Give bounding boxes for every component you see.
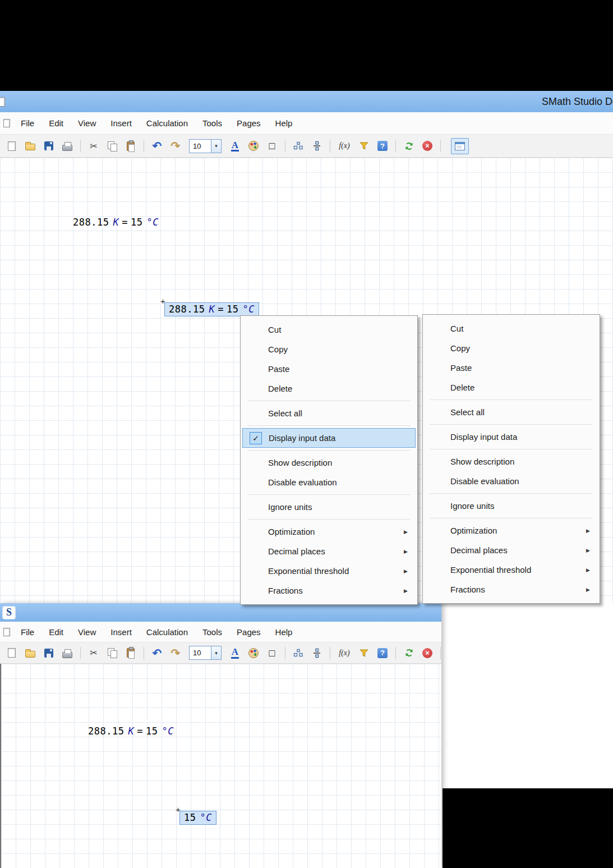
menu-pages[interactable]: Pages xyxy=(229,624,268,640)
window-document-icon[interactable] xyxy=(0,97,5,107)
fraction-icon[interactable] xyxy=(308,138,325,154)
context-menu-item-disable-evaluation[interactable]: Disable evaluation xyxy=(425,471,598,491)
redo-icon[interactable]: ↷ xyxy=(167,645,184,661)
interrupt-stop-icon[interactable]: × xyxy=(419,138,436,154)
menu-help[interactable]: Help xyxy=(268,624,300,640)
context-menu-item-display-input-data[interactable]: ✓Display input data xyxy=(242,428,416,448)
context-menu-item-disable-evaluation[interactable]: Disable evaluation xyxy=(242,472,416,492)
units-icon[interactable] xyxy=(290,645,307,661)
menu-edit[interactable]: Edit xyxy=(42,624,71,640)
insert-function-icon[interactable]: f(x) xyxy=(335,138,354,154)
menu-edit[interactable]: Edit xyxy=(42,115,71,131)
context-menu-item-display-input-data[interactable]: Display input data xyxy=(425,427,598,447)
menu-file[interactable]: File xyxy=(13,115,42,131)
menu-view[interactable]: View xyxy=(71,115,103,131)
filter-funnel-icon[interactable] xyxy=(356,138,372,154)
paste-icon[interactable] xyxy=(122,645,139,661)
menu-help[interactable]: Help xyxy=(268,115,300,131)
interrupt-stop-icon[interactable]: × xyxy=(419,645,436,661)
context-menu-item-cut[interactable]: Cut xyxy=(242,320,416,339)
font-size-dropdown-button[interactable]: ▾ xyxy=(211,646,222,660)
units-glyph xyxy=(293,141,303,151)
print-icon[interactable] xyxy=(59,138,76,154)
save-icon[interactable] xyxy=(40,138,57,154)
font-color-icon[interactable]: A xyxy=(227,645,243,661)
context-menu-item-fractions[interactable]: Fractions▶ xyxy=(242,581,416,600)
context-menu-item-paste[interactable]: Paste xyxy=(425,358,598,378)
context-menu-item-ignore-units[interactable]: Ignore units xyxy=(242,497,416,517)
menu-item-label: Fractions xyxy=(268,586,303,595)
font-size-input[interactable] xyxy=(189,139,211,153)
smath-logo-icon[interactable]: S xyxy=(2,606,16,619)
background-color-palette-icon[interactable] xyxy=(245,645,262,661)
context-menu-item-delete[interactable]: Delete xyxy=(242,379,416,398)
open-file-icon[interactable] xyxy=(22,645,39,661)
menu-calculation[interactable]: Calculation xyxy=(139,624,195,640)
cut-icon[interactable]: ✂ xyxy=(85,138,102,154)
insert-function-icon[interactable]: f(x) xyxy=(335,645,354,661)
context-menu-item-optimization[interactable]: Optimization▶ xyxy=(242,522,416,541)
context-menu-item-select-all[interactable]: Select all xyxy=(425,402,598,422)
context-menu-item-show-description[interactable]: Show description xyxy=(242,453,416,472)
font-color-icon[interactable]: A xyxy=(227,138,243,154)
show-side-panel-button[interactable] xyxy=(451,138,469,154)
new-document-icon[interactable] xyxy=(3,138,20,154)
context-menu-item-copy[interactable]: Copy xyxy=(425,338,598,358)
undo-icon[interactable]: ↶ xyxy=(149,645,165,661)
context-menu-item-copy[interactable]: Copy xyxy=(242,339,416,359)
context-menu-item-decimal-places[interactable]: Decimal places▶ xyxy=(425,540,598,560)
context-menu-item-cut[interactable]: Cut xyxy=(425,319,598,338)
math-expression[interactable]: 288.15K=15°C xyxy=(88,725,174,737)
filter-funnel-icon[interactable] xyxy=(356,645,372,661)
menu-insert[interactable]: Insert xyxy=(103,115,139,131)
fraction-icon[interactable] xyxy=(308,645,325,661)
background-color-palette-icon[interactable] xyxy=(245,138,262,154)
recalculate-refresh-icon[interactable] xyxy=(400,645,417,661)
context-menu-item-exponential-threshold[interactable]: Exponential threshold▶ xyxy=(425,560,598,580)
redo-icon[interactable]: ↷ xyxy=(167,138,184,154)
reference-book-icon[interactable]: ? xyxy=(374,138,391,154)
context-menu-item-exponential-threshold[interactable]: Exponential threshold▶ xyxy=(242,561,416,581)
black-bottom-right-region xyxy=(443,788,613,868)
menu-calculation[interactable]: Calculation xyxy=(139,115,195,131)
context-menu-item-ignore-units[interactable]: Ignore units xyxy=(425,496,598,516)
menu-file[interactable]: File xyxy=(13,624,42,640)
selected-math-expression[interactable]: + 288.15K=15°C xyxy=(164,302,259,316)
selected-math-expression[interactable]: + 15°C xyxy=(179,811,216,825)
context-menu-item-delete[interactable]: Delete xyxy=(425,378,598,397)
font-size-dropdown-button[interactable]: ▾ xyxy=(211,139,222,153)
copy-icon[interactable] xyxy=(104,645,121,661)
menu-tools[interactable]: Tools xyxy=(195,624,229,640)
menu-view[interactable]: View xyxy=(71,624,103,640)
units-icon[interactable] xyxy=(290,138,307,154)
document-tab-icon[interactable] xyxy=(3,628,10,636)
worksheet-canvas[interactable]: 288.15K=15°C + 15°C xyxy=(0,664,441,868)
font-size-input[interactable] xyxy=(189,646,211,660)
copy-icon[interactable] xyxy=(104,138,121,154)
context-menu-item-decimal-places[interactable]: Decimal places▶ xyxy=(242,541,416,561)
context-menu-item-fractions[interactable]: Fractions▶ xyxy=(425,580,598,599)
save-icon[interactable] xyxy=(40,645,57,661)
submenu-arrow-icon: ▶ xyxy=(586,528,594,534)
undo-icon[interactable]: ↶ xyxy=(149,138,165,154)
open-file-icon[interactable] xyxy=(22,138,39,154)
cut-icon[interactable]: ✂ xyxy=(85,645,102,661)
paste-icon[interactable] xyxy=(122,138,139,154)
context-menu-item-show-description[interactable]: Show description xyxy=(425,452,598,471)
border-icon[interactable]: □ xyxy=(264,138,280,154)
reference-book-icon[interactable]: ? xyxy=(374,645,391,661)
print-icon[interactable] xyxy=(59,645,76,661)
math-expression[interactable]: 288.15K=15°C xyxy=(73,217,159,228)
new-document-icon[interactable] xyxy=(3,645,20,661)
document-tab-icon[interactable] xyxy=(3,119,10,127)
context-menu-item-optimization[interactable]: Optimization▶ xyxy=(425,521,598,540)
context-menu-item-paste[interactable]: Paste xyxy=(242,359,416,379)
menu-pages[interactable]: Pages xyxy=(229,115,268,131)
menu-insert[interactable]: Insert xyxy=(103,624,139,640)
border-icon[interactable]: □ xyxy=(264,645,280,661)
menu-item-label: Display input data xyxy=(269,433,335,443)
context-menu-item-select-all[interactable]: Select all xyxy=(242,403,416,423)
recalculate-refresh-icon[interactable] xyxy=(400,138,417,154)
menu-items: FileEditViewInsertCalculationToolsPagesH… xyxy=(13,624,299,640)
menu-tools[interactable]: Tools xyxy=(195,115,229,131)
